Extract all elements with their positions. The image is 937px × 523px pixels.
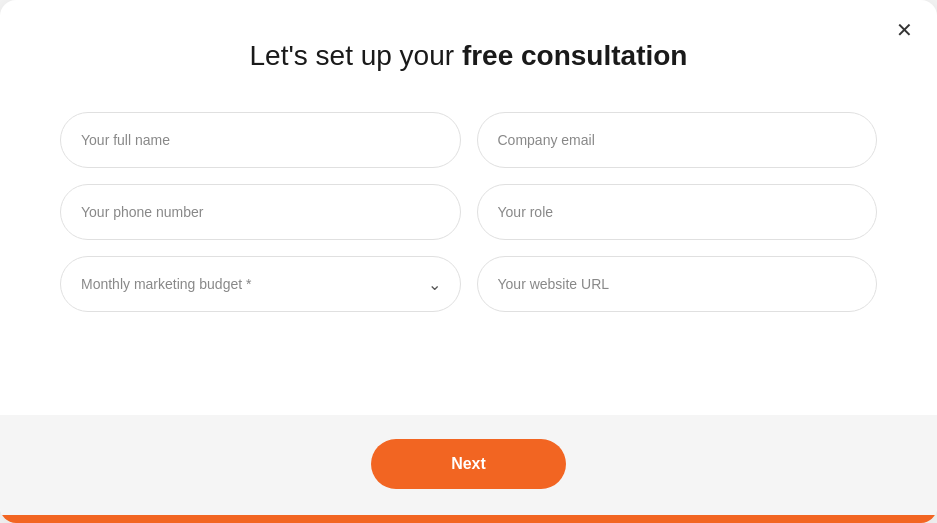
- form-grid: Monthly marketing budget * Under $5,000 …: [60, 112, 877, 312]
- website-url-field: [477, 256, 878, 312]
- modal-footer: Next: [0, 415, 937, 515]
- modal-body: Monthly marketing budget * Under $5,000 …: [0, 92, 937, 415]
- next-button[interactable]: Next: [371, 439, 566, 489]
- marketing-budget-select[interactable]: Monthly marketing budget * Under $5,000 …: [60, 256, 461, 312]
- title-bold: free consultation: [462, 40, 688, 71]
- consultation-modal: ✕ Let's set up your free consultation: [0, 0, 937, 523]
- website-url-input[interactable]: [477, 256, 878, 312]
- next-button-label: Next: [451, 455, 486, 472]
- company-email-input[interactable]: [477, 112, 878, 168]
- orange-accent-bar: [0, 515, 937, 523]
- close-icon: ✕: [896, 19, 913, 41]
- phone-number-input[interactable]: [60, 184, 461, 240]
- phone-number-field: [60, 184, 461, 240]
- marketing-budget-field: Monthly marketing budget * Under $5,000 …: [60, 256, 461, 312]
- full-name-field: [60, 112, 461, 168]
- modal-title: Let's set up your free consultation: [60, 40, 877, 72]
- close-button[interactable]: ✕: [892, 16, 917, 44]
- modal-header: Let's set up your free consultation: [0, 0, 937, 92]
- full-name-input[interactable]: [60, 112, 461, 168]
- your-role-field: [477, 184, 878, 240]
- your-role-input[interactable]: [477, 184, 878, 240]
- company-email-field: [477, 112, 878, 168]
- title-regular: Let's set up your: [250, 40, 462, 71]
